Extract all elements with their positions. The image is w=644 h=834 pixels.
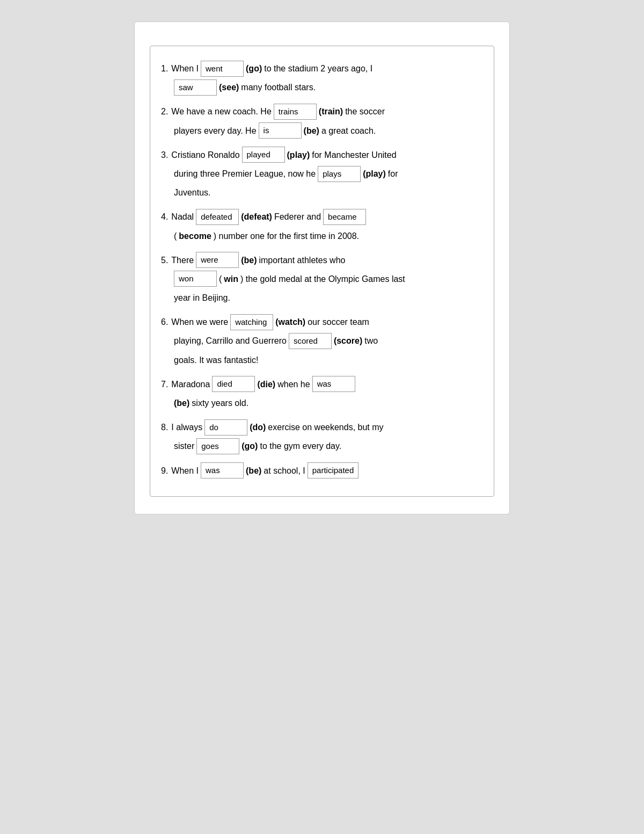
exercise-line: 9.When Iwas(be)at school, Iparticipated — [161, 461, 483, 480]
question-card: 1.When Iwent(go)to the stadium 2 years a… — [134, 21, 510, 514]
verb-hint: (go) — [241, 437, 258, 455]
text-part: I always — [171, 418, 202, 437]
text-part: playing, Carrillo and Guerrero — [174, 331, 287, 350]
exercise-line: 2.We have a new coach. Hetrains(train)th… — [161, 102, 483, 121]
item-number: 3. — [161, 146, 168, 164]
text-part: ) the gold medal at the Olympic Games la… — [240, 270, 405, 288]
exercise-item: 7.Maradonadied(die)when hewas(be)sixty y… — [161, 375, 483, 412]
text-part: to the gym every day. — [260, 437, 341, 455]
answer-box: is — [259, 122, 302, 139]
answer-box: saw — [174, 79, 217, 96]
verb-hint: (watch) — [275, 313, 305, 331]
text-part: during three Premier League, now he — [174, 164, 316, 183]
answer-box: watching — [230, 314, 273, 330]
answer-box: scored — [289, 333, 332, 349]
verb-hint: (die) — [257, 375, 275, 394]
text-part: ( — [219, 270, 222, 288]
exercise-item: 9.When Iwas(be)at school, Iparticipated — [161, 461, 483, 480]
text-part: sixty years old. — [192, 394, 248, 412]
answer-box: died — [212, 376, 255, 392]
text-part: for — [388, 164, 398, 183]
verb-hint: (score) — [334, 331, 362, 350]
exercise-box: 1.When Iwent(go)to the stadium 2 years a… — [150, 46, 494, 497]
verb-hint: (play) — [363, 164, 386, 183]
verb-hint: (train) — [319, 102, 343, 121]
answer-box: was — [312, 376, 355, 392]
exercise-line: 4.Nadaldefeated(defeat)Federer andbecame — [161, 207, 483, 226]
text-part: the soccer — [345, 102, 385, 121]
answer-box: became — [323, 209, 366, 225]
item-number: 4. — [161, 207, 168, 226]
text-part: ) number one for the first time in 2008. — [214, 227, 359, 245]
answer-box: went — [201, 61, 244, 77]
answer-box: goes — [196, 438, 239, 454]
text-part: year in Beijing. — [174, 288, 230, 307]
text-part: important athletes who — [259, 251, 345, 270]
exercise-line: 6.When we werewatching(watch)our soccer … — [161, 313, 483, 331]
exercise-line: 1.When Iwent(go)to the stadium 2 years a… — [161, 59, 483, 78]
text-part: when he — [277, 375, 310, 394]
verb-hint-inline: become — [179, 227, 211, 245]
exercise-item: 1.When Iwent(go)to the stadium 2 years a… — [161, 59, 483, 97]
text-part: goals. It was fantastic! — [174, 351, 258, 369]
exercise-line: year in Beijing. — [174, 288, 483, 307]
verb-hint: (be) — [174, 394, 189, 412]
exercise-line: saw(see)many football stars. — [174, 78, 483, 97]
exercise-line: 7.Maradonadied(die)when hewas — [161, 375, 483, 394]
answer-box: participated — [308, 462, 359, 478]
verb-hint: (be) — [241, 251, 257, 270]
answer-box: won — [174, 271, 217, 287]
exercise-line: during three Premier League, now heplays… — [174, 164, 483, 183]
verb-hint: (defeat) — [241, 207, 272, 226]
exercise-line: won(win) the gold medal at the Olympic G… — [174, 270, 483, 288]
exercise-line: (be)sixty years old. — [174, 394, 483, 412]
text-part: many football stars. — [241, 78, 316, 97]
exercise-line: sistergoes(go)to the gym every day. — [174, 437, 483, 455]
text-part: We have a new coach. He — [171, 102, 271, 121]
exercise-line: (become) number one for the first time i… — [174, 227, 483, 245]
item-number: 9. — [161, 461, 168, 480]
answer-box: played — [242, 147, 285, 163]
text-part: When I — [171, 59, 199, 78]
exercise-line: Juventus. — [174, 183, 483, 202]
text-part: Cristiano Ronaldo — [171, 146, 239, 164]
text-part: Nadal — [171, 207, 194, 226]
item-number: 6. — [161, 313, 168, 331]
text-part: for Manchester United — [312, 146, 396, 164]
text-part: Federer and — [274, 207, 321, 226]
verb-hint-inline: win — [224, 270, 238, 288]
exercise-line: playing, Carrillo and Guerreroscored(sco… — [174, 331, 483, 350]
text-part: at school, I — [264, 461, 305, 480]
verb-hint: (do) — [250, 418, 266, 437]
exercise-line: players every day. Heis(be)a great coach… — [174, 121, 483, 140]
text-part: There — [171, 251, 194, 270]
text-part: exercise on weekends, but my — [268, 418, 383, 437]
exercise-item: 8.I alwaysdo(do)exercise on weekends, bu… — [161, 418, 483, 455]
answer-box: was — [201, 462, 244, 478]
exercise-list: 1.When Iwent(go)to the stadium 2 years a… — [161, 59, 483, 480]
verb-hint: (play) — [287, 146, 310, 164]
exercise-item: 4.Nadaldefeated(defeat)Federer andbecame… — [161, 207, 483, 245]
answer-box: were — [196, 252, 239, 268]
verb-hint: (be) — [304, 121, 319, 140]
text-part: to the stadium 2 years ago, I — [264, 59, 372, 78]
item-number: 7. — [161, 375, 168, 394]
exercise-item: 3.Cristiano Ronaldoplayed(play)for Manch… — [161, 146, 483, 202]
text-part: Juventus. — [174, 183, 210, 202]
verb-hint: (be) — [246, 461, 261, 480]
answer-box: do — [204, 419, 247, 436]
exercise-item: 2.We have a new coach. Hetrains(train)th… — [161, 102, 483, 140]
text-part: Maradona — [171, 375, 210, 394]
text-part: two — [364, 331, 378, 350]
answer-box: defeated — [196, 209, 239, 225]
text-part: sister — [174, 437, 194, 455]
item-number: 2. — [161, 102, 168, 121]
text-part: a great coach. — [321, 121, 376, 140]
answer-box: plays — [318, 166, 361, 182]
verb-hint: (go) — [246, 59, 262, 78]
text-part: ( — [174, 227, 177, 245]
text-part: When we were — [171, 313, 228, 331]
text-part: players every day. He — [174, 121, 257, 140]
exercise-line: goals. It was fantastic! — [174, 351, 483, 369]
exercise-line: 3.Cristiano Ronaldoplayed(play)for Manch… — [161, 146, 483, 164]
